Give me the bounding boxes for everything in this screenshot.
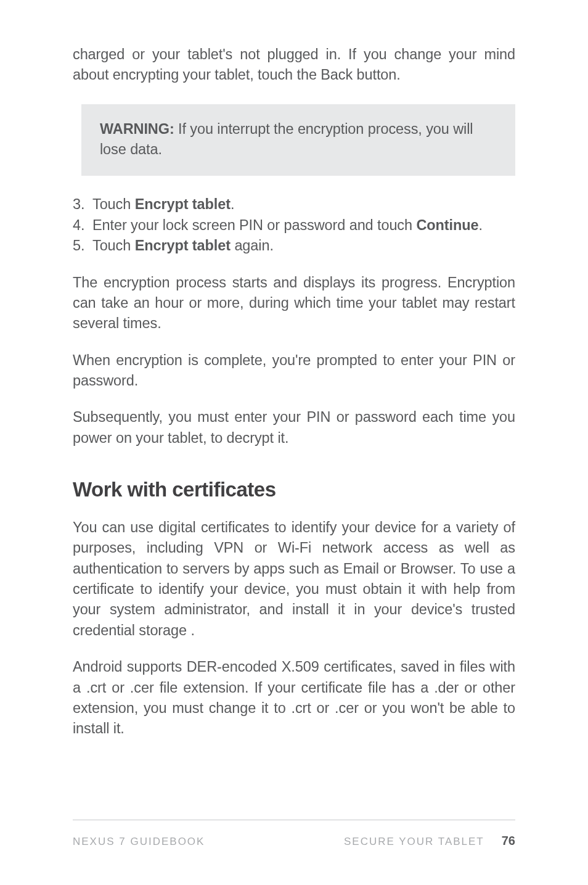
intro-paragraph: charged or your tablet's not plugged in.… bbox=[73, 44, 515, 86]
warning-text: WARNING: If you interrupt the encryption… bbox=[100, 119, 497, 160]
step-prefix: Touch bbox=[92, 237, 135, 253]
paragraph-complete: When encryption is complete, you're prom… bbox=[73, 350, 515, 392]
step-suffix: . bbox=[478, 217, 482, 233]
content-area: charged or your tablet's not plugged in.… bbox=[73, 44, 515, 739]
page-number: 76 bbox=[502, 834, 515, 848]
warning-label: WARNING: bbox=[100, 121, 174, 137]
page-container: charged or your tablet's not plugged in.… bbox=[0, 0, 588, 885]
paragraph-cert-intro: You can use digital certificates to iden… bbox=[73, 517, 515, 641]
step-text: Touch Encrypt tablet. bbox=[92, 194, 515, 215]
step-number: 5. bbox=[73, 236, 92, 256]
step-bold: Encrypt tablet bbox=[135, 237, 231, 253]
step-prefix: Touch bbox=[92, 196, 135, 212]
list-item: 3. Touch Encrypt tablet. bbox=[73, 194, 515, 215]
footer-row: NEXUS 7 GUIDEBOOK SECURE YOUR TABLET 76 bbox=[73, 834, 515, 848]
paragraph-subsequent: Subsequently, you must enter your PIN or… bbox=[73, 407, 515, 448]
paragraph-cert-support: Android supports DER-encoded X.509 certi… bbox=[73, 657, 515, 739]
footer-divider bbox=[73, 820, 515, 820]
step-bold: Encrypt tablet bbox=[135, 196, 231, 212]
step-text: Enter your lock screen PIN or password a… bbox=[92, 215, 515, 236]
footer-book-title: NEXUS 7 GUIDEBOOK bbox=[73, 836, 205, 848]
footer-right: SECURE YOUR TABLET 76 bbox=[344, 834, 515, 848]
paragraph-progress: The encryption process starts and displa… bbox=[73, 273, 515, 334]
step-number: 4. bbox=[73, 215, 92, 236]
list-item: 5. Touch Encrypt tablet again. bbox=[73, 236, 515, 256]
step-prefix: Enter your lock screen PIN or password a… bbox=[92, 217, 416, 233]
page-footer: NEXUS 7 GUIDEBOOK SECURE YOUR TABLET 76 bbox=[73, 820, 515, 848]
ordered-steps: 3. Touch Encrypt tablet. 4. Enter your l… bbox=[73, 194, 515, 256]
step-suffix: again. bbox=[231, 237, 274, 253]
footer-section: SECURE YOUR TABLET bbox=[344, 836, 484, 848]
step-suffix: . bbox=[231, 196, 234, 212]
warning-callout: WARNING: If you interrupt the encryption… bbox=[81, 104, 515, 176]
step-bold: Continue bbox=[416, 217, 478, 233]
list-item: 4. Enter your lock screen PIN or passwor… bbox=[73, 215, 515, 236]
step-text: Touch Encrypt tablet again. bbox=[92, 236, 515, 256]
step-number: 3. bbox=[73, 194, 92, 215]
heading-certificates: Work with certificates bbox=[73, 478, 515, 501]
